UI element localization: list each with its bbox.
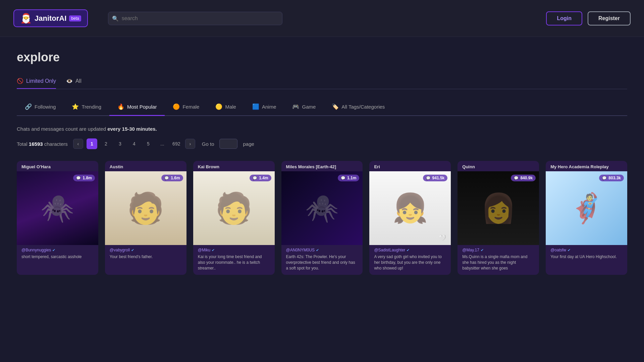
page-last-button[interactable]: 692 (171, 138, 182, 149)
search-icon: 🔍 (112, 15, 119, 21)
char-card-austin[interactable]: Austin 💬 1.6m @vabygroll ✔ Your best fri… (105, 161, 186, 275)
cat-tab-male-label: Male (225, 104, 236, 110)
verified-icon-miles: ✔ (316, 248, 319, 252)
register-button[interactable]: Register (588, 11, 631, 25)
char-image-austin: 💬 1.6m (105, 171, 186, 245)
page-1-button[interactable]: 1 (87, 138, 97, 149)
msg-icon: 💬 (253, 176, 257, 180)
logo-text: JanitorAI (35, 14, 66, 23)
char-desc-kai: Kai is your long time best friend and al… (198, 254, 270, 271)
search-input[interactable] (108, 12, 282, 25)
char-card-quinn[interactable]: Quinn 💬 840.9k @May.17 ✔ Ms.Quinn is a s… (458, 161, 539, 275)
page-2-button[interactable]: 2 (101, 138, 111, 149)
verified-icon-eri: ✔ (407, 248, 410, 252)
char-creator-miles: @AN0NYM0US ✔ (286, 248, 358, 252)
char-card-mha[interactable]: My Hero Academia Roleplay 💬 803.3k @oats… (546, 161, 627, 275)
chat-count-miguel: 💬 1.8m (73, 175, 95, 181)
page-label: page (243, 141, 254, 147)
filter-tab-all-label: All (75, 78, 82, 84)
char-image-quinn: 💬 840.9k (458, 171, 539, 245)
page-4-button[interactable]: 4 (129, 138, 140, 149)
cat-tab-game-label: Game (302, 104, 316, 110)
verified-icon-miguel: ✔ (52, 248, 55, 252)
char-footer-miles: @AN0NYM0US ✔ Earth 42s: The Prowler. He'… (281, 245, 363, 275)
char-image-mha: 💬 803.3k (546, 171, 627, 245)
char-name-mha: My Hero Academia Roleplay (546, 161, 627, 171)
filter-tabs: 🚫 Limited Only 👁️ All (17, 74, 627, 89)
trending-icon: ⭐ (72, 103, 79, 110)
female-icon: 🟠 (173, 103, 180, 110)
verified-icon-austin: ✔ (131, 248, 134, 252)
char-card-kai[interactable]: Kai Brown 💬 1.4m @Miku ✔ Kai is your lon… (193, 161, 275, 275)
cat-tab-all-tags[interactable]: 🏷️ All Tags/Categories (324, 99, 393, 116)
next-page-button[interactable]: › (185, 139, 195, 149)
char-footer-kai: @Miku ✔ Kai is your long time best frien… (193, 245, 275, 275)
char-image-miguel: 💬 1.8m (17, 171, 98, 245)
msg-icon: 💬 (426, 176, 431, 180)
char-desc-miles: Earth 42s: The Prowler. He's your overpr… (286, 254, 358, 271)
char-creator-miguel: @Bunnynuggies ✔ (21, 248, 94, 252)
popular-icon: 🔥 (117, 103, 124, 110)
search-bar: 🔍 (108, 12, 282, 25)
cat-tab-female[interactable]: 🟠 Female (165, 99, 207, 116)
char-creator-eri: @SadistLaughter ✔ (374, 248, 446, 252)
cat-tab-tags-label: All Tags/Categories (341, 104, 385, 110)
char-name-eri: Eri (369, 161, 451, 171)
char-name-quinn: Quinn (458, 161, 539, 171)
msg-icon: 💬 (514, 176, 519, 180)
page-5-button[interactable]: 5 (143, 138, 154, 149)
char-creator-quinn: @May.17 ✔ (462, 248, 534, 252)
verified-icon-kai: ✔ (212, 248, 215, 252)
char-image-eri: 💬 941.5k 🤍 (369, 171, 451, 245)
male-icon: 🟡 (215, 103, 222, 110)
logo-santa-icon: 🎅 (20, 13, 32, 24)
login-button[interactable]: Login (546, 11, 582, 25)
cat-tab-game[interactable]: 🎮 Game (284, 99, 324, 116)
all-icon: 👁️ (66, 78, 73, 84)
pagination: Total 16593 characters ‹ 1 2 3 4 5 ... 6… (17, 138, 627, 149)
cat-tab-anime-label: Anime (262, 104, 276, 110)
msg-icon: 💬 (341, 176, 345, 180)
chat-count-austin: 💬 1.6m (161, 175, 183, 181)
char-footer-austin: @vabygroll ✔ Your best friend's father. (105, 245, 186, 264)
filter-tab-limited[interactable]: 🚫 Limited Only (17, 74, 56, 89)
total-unit: characters (44, 141, 68, 147)
char-card-miguel[interactable]: Miguel O'Hara 💬 1.8m @Bunnynuggies ✔ sho… (17, 161, 98, 275)
filter-tab-all[interactable]: 👁️ All (66, 74, 82, 89)
logo[interactable]: 🎅 JanitorAI beta (13, 9, 88, 27)
goto-label: Go to (202, 141, 214, 147)
cat-tab-following[interactable]: 🔗 Following (17, 99, 64, 116)
goto-input[interactable] (219, 139, 237, 149)
cat-tab-trending-label: Trending (82, 104, 101, 110)
total-label: Total (17, 141, 28, 147)
cat-tab-popular-label: Most Popular (127, 104, 157, 110)
logo-beta-badge: beta (69, 15, 81, 21)
filter-tab-limited-label: Limited Only (26, 78, 56, 84)
chat-count-mha: 💬 803.3k (599, 175, 624, 181)
header-buttons: Login Register (546, 11, 631, 25)
msg-icon: 💬 (164, 176, 169, 180)
char-desc-miguel: short tempered, sarcastic asshole (21, 254, 94, 260)
limited-icon: 🚫 (17, 78, 23, 84)
cat-tab-following-label: Following (35, 104, 56, 110)
char-desc-eri: A very sad goth girl who invited you to … (374, 254, 446, 271)
char-card-miles[interactable]: Miles Morales [Earth-42] 💬 1.1m @AN0NYM0… (281, 161, 363, 275)
total-count: 16593 (29, 141, 43, 147)
cat-tab-most-popular[interactable]: 🔥 Most Popular (109, 99, 165, 116)
main-content: explore 🚫 Limited Only 👁️ All 🔗 Followin… (0, 37, 644, 288)
header: 🎅 JanitorAI beta 🔍 Login Register (0, 0, 644, 37)
char-desc-mha: Your first day at UA Hero Highschool. (550, 254, 623, 260)
cat-tab-anime[interactable]: 🟦 Anime (244, 99, 284, 116)
chat-count-kai: 💬 1.4m (250, 175, 271, 181)
char-creator-austin: @vabygroll ✔ (110, 248, 182, 252)
char-name-miles: Miles Morales [Earth-42] (281, 161, 363, 171)
char-footer-miguel: @Bunnynuggies ✔ short tempered, sarcasti… (17, 245, 98, 264)
prev-page-button[interactable]: ‹ (73, 139, 83, 149)
page-3-button[interactable]: 3 (115, 138, 125, 149)
cat-tab-male[interactable]: 🟡 Male (207, 99, 244, 116)
tags-icon: 🏷️ (332, 103, 339, 110)
anime-icon: 🟦 (252, 103, 259, 110)
char-card-eri[interactable]: Eri 💬 941.5k 🤍 @SadistLaughter ✔ A very … (369, 161, 451, 275)
cat-tab-trending[interactable]: ⭐ Trending (64, 99, 109, 116)
char-desc-austin: Your best friend's father. (110, 254, 182, 260)
